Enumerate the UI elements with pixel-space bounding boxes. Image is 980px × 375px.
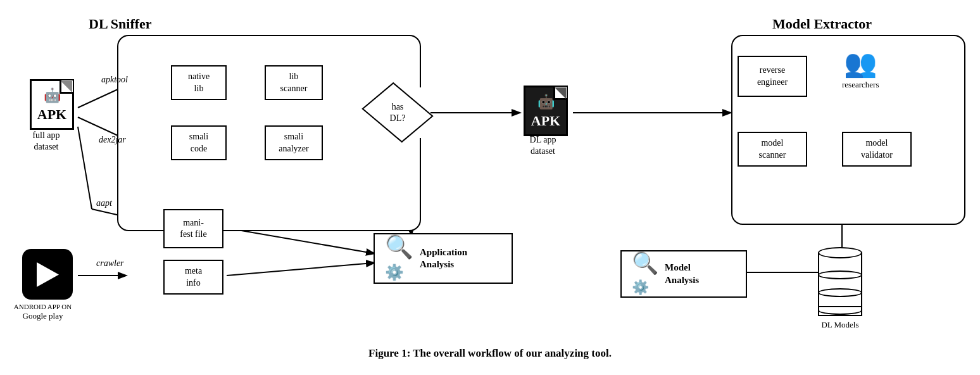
crawler-label: crawler: [96, 258, 124, 269]
svg-line-13: [227, 263, 374, 276]
apk-full-label: APK: [37, 108, 66, 122]
dl-models-label: DL Models: [821, 320, 858, 330]
google-play-icon: [22, 249, 73, 300]
researchers-group: 👥 researchers: [842, 48, 879, 90]
researchers-label: researchers: [842, 80, 879, 90]
app-analysis-box: 🔍⚙️ ApplicationAnalysis: [374, 233, 513, 284]
apk-full-sublabel: full appdataset: [18, 130, 75, 153]
researchers-icon: 👥: [844, 48, 877, 79]
model-analysis-box: 🔍⚙️ ModelAnalysis: [620, 250, 747, 298]
smali-code-box: smalicode: [171, 125, 227, 160]
apk-dl-sublabel: DL appdataset: [513, 134, 573, 157]
smali-analyzer-box: smalianalyzer: [265, 125, 323, 160]
svg-line-2: [78, 127, 92, 209]
app-analysis-label: ApplicationAnalysis: [420, 246, 467, 271]
has-dl-diamond: hasDL?: [366, 87, 429, 138]
model-extractor-title: Model Extractor: [772, 16, 872, 32]
aapt-label: aapt: [96, 198, 112, 208]
apk-dl-label: APK: [531, 114, 560, 128]
diagram-container: DL Sniffer Model Extractor 🤖 APK full ap…: [0, 0, 980, 342]
apk-full-icon: 🤖 APK: [27, 70, 77, 130]
model-validator-box: modelvalidator: [842, 132, 912, 167]
svg-line-11: [227, 228, 374, 253]
app-analysis-icon: 🔍⚙️: [385, 236, 413, 281]
apktool-label: apktool: [101, 75, 128, 85]
model-analysis-label: ModelAnalysis: [665, 262, 699, 286]
dl-sniffer-title: DL Sniffer: [89, 16, 152, 32]
svg-marker-18: [37, 262, 59, 287]
meta-info-box: metainfo: [163, 260, 223, 295]
apk-dl-icon: 🤖 APK: [520, 76, 571, 136]
model-scanner-box: modelscanner: [738, 132, 807, 167]
figure-caption: Figure 1: The overall workflow of our an…: [0, 342, 980, 360]
reverse-engineer-box: reverseengineer: [738, 56, 807, 97]
dex2jar-label: dex2jar: [99, 135, 126, 145]
lib-scanner-box: libscanner: [265, 65, 323, 100]
manifest-file-box: mani-fest file: [163, 209, 223, 248]
native-lib-box: nativelib: [171, 65, 227, 100]
dl-models-db: DL Models: [818, 247, 862, 330]
google-play-label: ANDROID APP ONGoogle play: [13, 302, 73, 322]
model-analysis-icon: 🔍⚙️: [632, 253, 658, 296]
